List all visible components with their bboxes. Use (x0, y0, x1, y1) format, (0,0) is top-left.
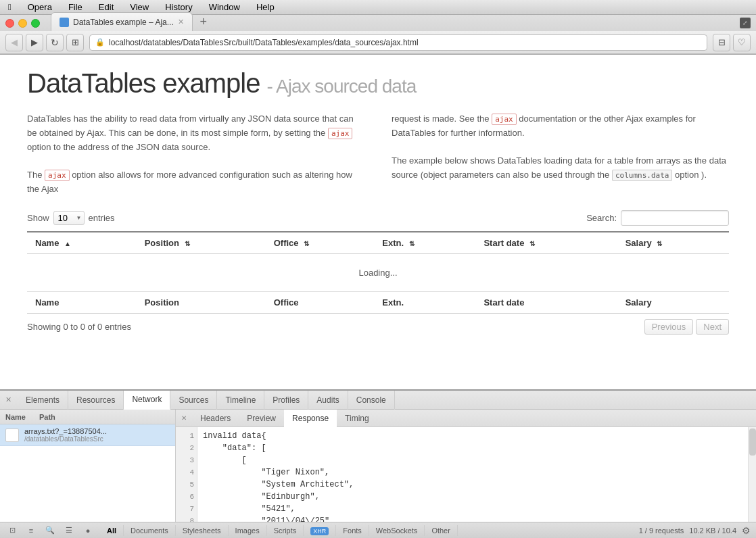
devtools-tab-console[interactable]: Console (348, 391, 395, 410)
entries-select[interactable]: 10 25 50 100 (53, 211, 85, 225)
scrollbar[interactable] (748, 427, 756, 522)
network-request-list: Name Path arrays.txt?_=13887504... /data… (0, 410, 176, 522)
devtools-close-button[interactable]: ✕ (3, 395, 14, 406)
loading-row: Loading... (27, 253, 729, 291)
code-line-7: "5421", (203, 503, 742, 515)
pagination: Previous Next (644, 319, 729, 335)
title-bar: DataTables example – Aja... ✕ + ⤢ (0, 15, 756, 31)
address-bar[interactable]: 🔒 localhost/datatables/DataTablesSrc/bui… (89, 34, 707, 51)
tab-close-button[interactable]: ✕ (178, 18, 184, 26)
settings-icon[interactable]: ⚙ (742, 525, 751, 536)
devtools-tab-elements[interactable]: Elements (18, 391, 68, 410)
datatable-header: Name ▲ Position ⇅ Office ⇅ (27, 232, 729, 254)
response-panel: ✕ Headers Preview Response Timing 1 2 3 (176, 410, 756, 522)
tabs-overview-button[interactable]: ⊟ (713, 34, 730, 51)
col-name[interactable]: Name ▲ (27, 232, 137, 254)
close-button[interactable] (5, 19, 14, 28)
menu-help[interactable]: Help (254, 2, 277, 12)
filter-tabs: All Documents Stylesheets Images Scripts… (100, 525, 458, 536)
xhr-badge: XHR (310, 527, 329, 535)
browser-chrome: DataTables example – Aja... ✕ + ⤢ ◀ ▶ ↻ (0, 15, 756, 55)
datatable-body: Loading... (27, 253, 729, 291)
filter-scripts[interactable]: Scripts (267, 525, 304, 536)
home-button[interactable]: ⊞ (66, 34, 84, 51)
new-tab-button[interactable]: + (194, 12, 213, 31)
filter-fonts[interactable]: Fonts (336, 525, 369, 536)
next-button[interactable]: Next (696, 319, 729, 335)
header-row: Name ▲ Position ⇅ Office ⇅ (27, 232, 729, 254)
desc-col-2: request is made. See the ajax documentat… (392, 112, 729, 197)
name-col-header: Name (5, 413, 26, 421)
menu-history[interactable]: History (162, 2, 195, 12)
datatable: Name ▲ Position ⇅ Office ⇅ (27, 231, 729, 314)
dock-icon[interactable]: ⊡ (5, 524, 19, 537)
tab-favicon (60, 18, 69, 27)
filter-xhr[interactable]: XHR (304, 525, 336, 536)
devtools-tab-profiles[interactable]: Profiles (264, 391, 308, 410)
menu-edit[interactable]: Edit (96, 2, 116, 12)
forward-button[interactable]: ▶ (26, 34, 43, 51)
filter-icon[interactable]: ≡ (24, 524, 38, 537)
menu-view[interactable]: View (127, 2, 151, 12)
list-icon[interactable]: ☰ (62, 524, 76, 537)
entries-select-wrapper[interactable]: 10 25 50 100 (53, 211, 85, 225)
devtools-tab-network[interactable]: Network (124, 391, 170, 410)
datatable-footer: Name Position Office Extn. Start date Sa… (27, 291, 729, 313)
reload-button[interactable]: ↻ (46, 34, 64, 51)
filter-stylesheets[interactable]: Stylesheets (176, 525, 229, 536)
filter-images[interactable]: Images (229, 525, 267, 536)
footer-header-row: Name Position Office Extn. Start date Sa… (27, 291, 729, 313)
resp-tab-headers[interactable]: Headers (192, 410, 239, 427)
webpage: DataTables example - Ajax sourced data D… (0, 55, 756, 389)
maximize-button[interactable] (31, 19, 40, 28)
devtools-tabs: ✕ Elements Resources Network Sources Tim… (0, 391, 756, 410)
page-title: DataTables example - Ajax sourced data (27, 68, 729, 99)
minimize-button[interactable] (18, 19, 27, 28)
bookmark-button[interactable]: ♡ (733, 34, 751, 51)
reload-icon: ↻ (51, 37, 59, 48)
sort-icon-extn: ⇅ (409, 240, 415, 247)
filter-other[interactable]: Other (425, 525, 458, 536)
size-info: 10.2 KB / 10.4 (689, 527, 736, 535)
search-icon[interactable]: 🔍 (43, 524, 57, 537)
col-extn[interactable]: Extn. ⇅ (374, 232, 475, 254)
search-input[interactable] (621, 210, 729, 226)
devtools-tab-timeline[interactable]: Timeline (217, 391, 264, 410)
devtools-status-bar: ⊡ ≡ 🔍 ☰ ● All Documents Stylesheets Imag… (0, 522, 756, 538)
request-name: arrays.txt?_=13887504... (24, 427, 170, 435)
record-icon[interactable]: ● (81, 524, 95, 537)
devtools-tab-sources[interactable]: Sources (170, 391, 217, 410)
footer-col-name: Name (27, 291, 137, 313)
col-salary[interactable]: Salary ⇅ (617, 232, 729, 254)
devtools-tab-audits[interactable]: Audits (308, 391, 348, 410)
security-icon: 🔒 (95, 38, 105, 47)
response-close-button[interactable]: ✕ (179, 413, 189, 424)
menu-file[interactable]: File (66, 2, 85, 12)
resp-tab-timing[interactable]: Timing (337, 410, 377, 427)
col-position[interactable]: Position ⇅ (137, 232, 266, 254)
browser-tab[interactable]: DataTables example – Aja... ✕ (51, 12, 193, 31)
sort-icon-office: ⇅ (304, 240, 309, 247)
code-line-6: "Edinburgh", (203, 491, 742, 503)
devtools-tab-resources[interactable]: Resources (68, 391, 124, 410)
menu-window[interactable]: Window (206, 2, 243, 12)
apple-menu[interactable]:  (5, 2, 14, 12)
filter-all[interactable]: All (100, 525, 124, 536)
tabs-icon: ⊟ (718, 37, 726, 47)
path-col-header: Path (39, 413, 55, 421)
sort-icon-startdate: ⇅ (529, 240, 535, 247)
fullscreen-button[interactable]: ⤢ (740, 18, 751, 28)
previous-button[interactable]: Previous (644, 319, 694, 335)
back-button[interactable]: ◀ (5, 34, 23, 51)
url-text: localhost/datatables/DataTablesSrc/built… (109, 38, 701, 47)
filter-documents[interactable]: Documents (124, 525, 176, 536)
network-list-header: Name Path (0, 410, 175, 424)
resp-tab-preview[interactable]: Preview (239, 410, 284, 427)
col-office[interactable]: Office ⇅ (266, 232, 375, 254)
resp-tab-response[interactable]: Response (284, 410, 337, 427)
network-request-item[interactable]: arrays.txt?_=13887504... /datatables/Dat… (0, 424, 175, 446)
col-startdate[interactable]: Start date ⇅ (475, 232, 617, 254)
filter-websockets[interactable]: WebSockets (369, 525, 425, 536)
show-entries: Show 10 25 50 100 entries (27, 211, 115, 225)
menu-opera[interactable]: Opera (25, 2, 55, 12)
